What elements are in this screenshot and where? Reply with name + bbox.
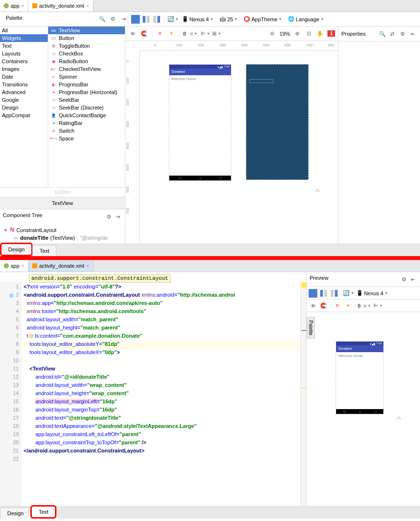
close-icon[interactable]: × xyxy=(86,3,89,9)
code-content[interactable]: <?xml version="1.0" encoding="utf-8"?><a… xyxy=(22,282,300,506)
tab-design[interactable]: Design xyxy=(0,243,33,256)
palette-side-tab[interactable]: Palette xyxy=(307,317,315,339)
search-icon[interactable]: 🔍 xyxy=(378,29,387,38)
device-preview[interactable]: ▾◢▮ 7:00 Donation Welcome Homer ◁○□ xyxy=(169,64,231,181)
tab-activity[interactable]: activity_donate.xml × xyxy=(28,260,93,272)
split-icon[interactable] xyxy=(152,15,161,24)
tree-root[interactable]: ▼ ℕ ConstraintLayout xyxy=(3,226,122,234)
zoom-out-icon[interactable]: ⊖ xyxy=(268,29,276,38)
design-blueprint-icon[interactable] xyxy=(142,15,150,24)
category-layouts[interactable]: Layouts xyxy=(0,50,48,57)
margin-dropdown[interactable]: ≡ xyxy=(189,29,198,38)
widget-icon: ⊞ xyxy=(50,43,57,49)
blueprint-mode-icon[interactable] xyxy=(131,15,140,24)
widget-switch[interactable]: ⊙ Switch xyxy=(48,127,125,135)
widget-seekbardiscrete[interactable]: ⊸ SeekBar (Discrete) xyxy=(48,104,125,111)
tab-app[interactable]: app × xyxy=(0,0,28,12)
mode3-icon[interactable] xyxy=(330,289,339,298)
orientation-dropdown[interactable]: 🔄 xyxy=(344,289,352,298)
blueprint-textview[interactable] xyxy=(249,79,273,83)
resize-handle[interactable] xyxy=(395,413,401,419)
widget-checkedtextview[interactable]: A✓ CheckedTextView xyxy=(48,65,125,73)
category-containers[interactable]: Containers xyxy=(0,57,48,65)
tab-text[interactable]: Text xyxy=(32,245,56,256)
category-text[interactable]: Text xyxy=(0,42,48,50)
theme-dropdown[interactable]: ⭕ AppTheme xyxy=(242,15,283,23)
align-dropdown[interactable]: ⊫ xyxy=(201,29,209,38)
pan-icon[interactable]: ✋ xyxy=(316,29,325,38)
category-google[interactable]: Google xyxy=(0,96,48,104)
preview-canvas[interactable]: Palette ▾◢▮ 7:00 Donation Welcome Homer … xyxy=(307,312,420,506)
widget-space[interactable]: ⊢⊣ Space xyxy=(48,135,125,142)
category-transitions[interactable]: Transitions xyxy=(0,81,48,88)
collapse-icon[interactable]: ⇥ xyxy=(113,212,122,221)
collapse-icon[interactable]: ⇤ xyxy=(408,275,417,284)
widget-checkbox[interactable]: ☑ CheckBox xyxy=(48,50,125,57)
margin-value[interactable]: 8 xyxy=(358,303,361,309)
design-canvas[interactable]: 0100200300400500600700800900 01002003004… xyxy=(125,41,338,244)
eye-icon[interactable]: 👁 xyxy=(128,29,137,38)
tab-design[interactable]: Design xyxy=(0,507,31,519)
error-badge[interactable]: 1 xyxy=(327,30,335,37)
widget-icon: ☑ xyxy=(50,51,57,56)
tab-activity[interactable]: activity_donate.xml × xyxy=(28,0,93,12)
d2-icon[interactable]: ⊫ xyxy=(373,302,382,310)
category-design[interactable]: Design xyxy=(0,104,48,111)
zoom-in-icon[interactable]: ⊕ xyxy=(293,29,301,38)
margin-value[interactable]: 8 xyxy=(183,31,186,37)
tab-app[interactable]: app × xyxy=(0,260,28,272)
orientation-dropdown[interactable]: 🔄 xyxy=(168,15,177,24)
category-images[interactable]: Images xyxy=(0,65,48,73)
widget-progressbarhorizontal[interactable]: ━ ProgressBar (Horizontal) xyxy=(48,88,125,96)
d1-icon[interactable]: ≡ xyxy=(363,302,371,310)
close-icon[interactable]: × xyxy=(21,263,24,269)
tab-text[interactable]: Text xyxy=(30,505,56,519)
widget-spinner[interactable]: ≡ Spinner xyxy=(48,73,125,81)
widget-ratingbar[interactable]: ★ RatingBar xyxy=(48,119,125,127)
clear-constraints-icon[interactable]: ✕ xyxy=(156,29,164,38)
code-editor[interactable]: 1C2345678910111213141516171819202122 <?x… xyxy=(0,282,306,506)
resize-handle[interactable] xyxy=(313,186,319,192)
gear-icon[interactable]: ⚙ xyxy=(398,29,407,38)
mode-icon[interactable] xyxy=(309,289,317,298)
clear-icon[interactable]: ✕ xyxy=(333,302,342,310)
collapse-icon[interactable]: ⇤ xyxy=(408,29,417,38)
magnet-icon[interactable]: 🧲 xyxy=(140,29,149,38)
warning-marker[interactable] xyxy=(301,283,306,288)
magnet-icon[interactable]: 🧲 xyxy=(319,302,328,310)
widget-progressbar[interactable]: ◐ ProgressBar xyxy=(48,81,125,88)
mode2-icon[interactable] xyxy=(319,289,328,298)
gear-icon[interactable]: ⚙ xyxy=(400,275,408,284)
swap-icon[interactable]: ⇄ xyxy=(388,29,397,38)
widget-seekbar[interactable]: ⊸ SeekBar xyxy=(48,96,125,104)
device-dropdown[interactable]: 📱 Nexus 4 xyxy=(180,15,215,23)
gear-icon[interactable]: ⚙ xyxy=(108,15,117,24)
category-all[interactable]: All xyxy=(0,27,48,34)
pack-dropdown[interactable]: ⊞ xyxy=(212,29,221,38)
tree-child[interactable]: Ab donateTitle (TextView) - "@string/do xyxy=(3,234,122,242)
collapse-icon[interactable]: ⇥ xyxy=(119,15,128,24)
infer-icon[interactable]: ✦ xyxy=(344,302,352,310)
device-dropdown[interactable]: 📱 Nexus 4 xyxy=(354,289,389,297)
api-dropdown[interactable]: 🤖 25 xyxy=(217,15,239,23)
widget-quickcontactbadge[interactable]: 👤 QuickContactBadge xyxy=(48,111,125,119)
eye-icon[interactable]: 👁 xyxy=(309,302,317,310)
widget-radiobutton[interactable]: ◉ RadioButton xyxy=(48,57,125,65)
widget-togglebutton[interactable]: ⊞ ToggleButton xyxy=(48,42,125,50)
tree-child-type: (TextView) xyxy=(50,235,75,241)
widget-button[interactable]: OK Button xyxy=(48,34,125,42)
blueprint-view[interactable] xyxy=(246,64,309,180)
widget-textview[interactable]: Ab TextView xyxy=(48,27,125,34)
gear-icon[interactable]: ⚙ xyxy=(105,212,113,221)
close-icon[interactable]: × xyxy=(86,263,89,269)
zoom-fit-icon[interactable]: ⊡ xyxy=(304,29,313,38)
category-date[interactable]: Date xyxy=(0,73,48,81)
category-advanced[interactable]: Advanced xyxy=(0,88,48,96)
search-icon[interactable]: 🔍 xyxy=(98,15,107,24)
language-dropdown[interactable]: 🌐 Language xyxy=(286,15,325,23)
category-widgets[interactable]: Widgets xyxy=(0,34,48,42)
infer-constraints-icon[interactable]: ✦ xyxy=(167,29,176,38)
preview-device[interactable]: ▾◢▮ 7:00 Donation Welcome Homer ◁○□ xyxy=(336,341,384,414)
category-appcompat[interactable]: AppCompat xyxy=(0,111,48,119)
close-icon[interactable]: × xyxy=(21,3,24,9)
